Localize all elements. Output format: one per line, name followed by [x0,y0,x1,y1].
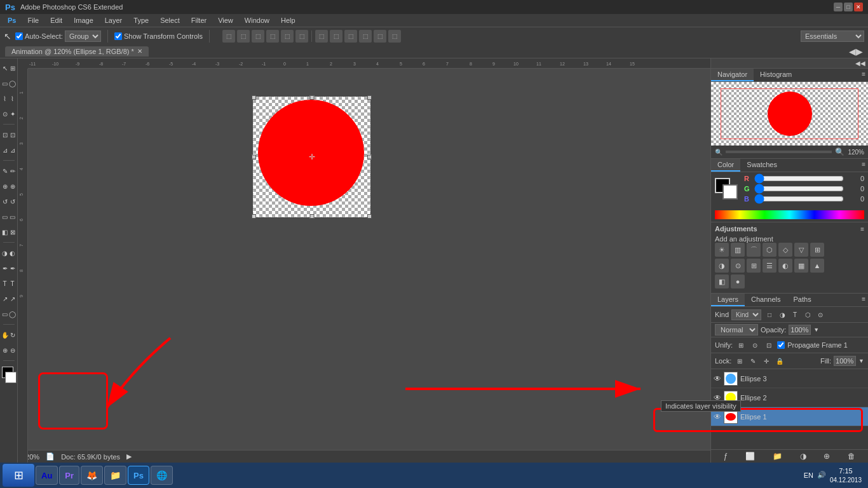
speaker-icon[interactable]: 🔊 [817,471,826,479]
rect-select-tool[interactable]: ▭ [1,76,8,90]
zoom-in-icon[interactable]: 🔍 [835,147,844,156]
menu-edit[interactable]: Edit [45,15,67,25]
eraser-tool[interactable]: ▭ [1,210,8,224]
invert-icon[interactable]: ◐ [778,259,792,273]
window-controls[interactable]: ─ □ ✕ [834,3,863,11]
exposure-icon[interactable]: ⬡ [763,243,776,257]
fill-input[interactable] [834,356,856,366]
menu-window[interactable]: Window [240,15,275,25]
clone-stamp-tool[interactable]: ⊕ [1,179,8,193]
bw-icon[interactable]: ◑ [715,259,729,273]
eyedropper-tool[interactable]: ⊿ [1,143,8,157]
tab-color[interactable]: Color [711,159,740,172]
auto-select-checkbox[interactable] [15,32,23,40]
auto-select-dropdown[interactable]: Group Layer [65,30,101,42]
color-menu-icon[interactable]: ≡ [859,159,868,172]
taskbar-photoshop-btn[interactable]: Ps [128,466,149,485]
burn-tool[interactable]: ◐ [9,246,16,260]
ellipse-shape-tool[interactable]: ◯ [9,307,16,321]
navigator-menu-icon[interactable]: ≡ [859,69,868,81]
red-slider[interactable] [754,176,844,181]
taskbar-audition-btn[interactable]: Au [36,466,58,485]
new-group-button[interactable]: 📁 [773,452,782,461]
language-indicator[interactable]: EN [804,471,813,479]
menu-view[interactable]: View [213,15,238,25]
layer-item-ellipse3[interactable]: 👁 Ellipse 3 [711,369,868,388]
color-balance-icon[interactable]: ⊞ [810,243,824,257]
rect-shape-tool[interactable]: ▭ [1,307,8,321]
layers-menu-icon[interactable]: ≡ [859,294,868,306]
posterize-icon[interactable]: ▦ [794,259,808,273]
magic-wand-tool[interactable]: ✦ [9,107,16,121]
paint-bucket-tool[interactable]: ⊠ [9,225,16,239]
bg-eraser-tool[interactable]: ▭ [9,210,16,224]
move-tool[interactable]: ↖ [1,61,8,75]
distribute-top-icon[interactable]: ⬚ [359,30,372,43]
taskbar-premiere-btn[interactable]: Pr [59,466,79,485]
pattern-stamp-tool[interactable]: ⊕ [9,179,16,193]
layer-type-filter[interactable]: Kind [731,309,761,320]
distribute-center-h-icon[interactable]: ⬚ [330,30,342,43]
vibrance-icon[interactable]: ◇ [778,243,792,257]
art-history-brush-tool[interactable]: ↺ [9,194,16,208]
canvas-play-btn[interactable]: ▶ [126,452,132,461]
zoom-slider[interactable] [726,151,832,153]
quick-select-tool[interactable]: ⊙ [1,107,8,121]
propagate-checkbox[interactable] [777,341,785,349]
tab-channels[interactable]: Channels [745,294,787,306]
color-lookup-icon[interactable]: ☰ [763,259,776,273]
panel-collapse-icon[interactable]: ◀▶ [849,46,863,57]
taskbar-chrome-btn[interactable]: 🌐 [151,466,173,485]
distribute-left-icon[interactable]: ⬚ [315,30,328,43]
hsl-icon[interactable]: ▽ [794,243,808,257]
workspace-dropdown[interactable]: Essentials [801,30,864,42]
ellipse-select-tool[interactable]: ◯ [9,76,16,90]
levels-icon[interactable]: ▥ [731,243,745,257]
menu-file[interactable]: File [22,15,44,25]
opacity-input[interactable] [789,325,811,335]
taskbar-explorer-btn[interactable]: 📁 [104,466,126,485]
selective-color-icon[interactable]: ● [731,274,745,288]
align-center-h-icon[interactable]: ⬚ [237,30,250,43]
green-slider[interactable] [754,186,844,191]
menu-filter[interactable]: Filter [186,15,212,25]
brush-tool[interactable]: ✎ [1,164,8,178]
layer-eye-ellipse3[interactable]: 👁 [714,374,721,383]
photo-filter-icon[interactable]: ⊙ [731,259,745,273]
direct-select-tool[interactable]: ↗ [9,292,16,306]
zoom-tool[interactable]: ⊕ [1,343,8,357]
gradient-map-icon[interactable]: ◧ [715,274,729,288]
unify-visibility-icon[interactable]: ⊡ [763,339,775,351]
new-adjustment-button[interactable]: ◑ [800,452,806,461]
unify-style-icon[interactable]: ⊙ [749,339,761,351]
filter-type-icon[interactable]: T [789,309,801,320]
close-button[interactable]: ✕ [854,3,863,11]
pencil-tool[interactable]: ✏ [9,164,16,178]
align-left-icon[interactable]: ⬚ [222,30,235,43]
lock-all-icon[interactable]: 🔒 [774,355,785,367]
type-tool[interactable]: T [1,276,8,290]
background-swatch[interactable] [722,184,738,200]
rotate-view-tool[interactable]: ↻ [9,328,16,342]
adjustments-menu-icon[interactable]: ≡ [860,226,864,233]
align-bottom-icon[interactable]: ⬚ [295,30,308,43]
delete-layer-button[interactable]: 🗑 [848,452,855,461]
panel-collapse-btn[interactable]: ◀◀ [855,60,865,67]
maximize-button[interactable]: □ [844,3,853,11]
menu-select[interactable]: Select [155,15,185,25]
fill-arrow[interactable]: ▼ [858,358,864,364]
new-layer-button[interactable]: ⊕ [824,452,830,461]
tab-layers[interactable]: Layers [711,294,745,306]
freeform-pen-tool[interactable]: ✒ [9,261,16,275]
menu-image[interactable]: Image [69,15,98,25]
distribute-bottom-icon[interactable]: ⬚ [388,30,401,43]
filter-adjustment-icon[interactable]: ◑ [776,309,788,320]
path-select-tool[interactable]: ↗ [1,292,8,306]
lock-position-icon[interactable]: ✛ [761,355,772,367]
polygon-lasso-tool[interactable]: ⌇ [9,92,16,105]
align-right-icon[interactable]: ⬚ [252,30,264,43]
filter-smart-icon[interactable]: ⊙ [815,309,826,320]
taskbar-firefox-btn[interactable]: 🦊 [81,466,103,485]
opacity-dropdown-arrow[interactable]: ▼ [813,327,819,333]
show-transform-checkbox[interactable] [114,32,122,40]
